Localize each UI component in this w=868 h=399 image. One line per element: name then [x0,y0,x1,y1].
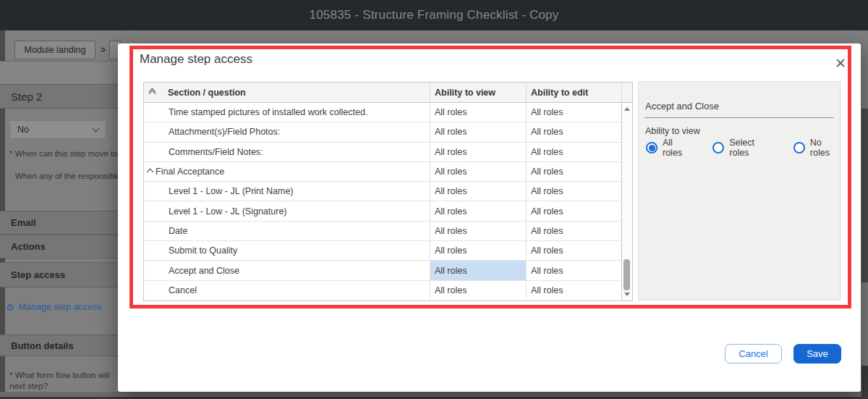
window-titlebar: 105835 - Structure Framing Checklist - C… [0,0,868,30]
dialog-title: Manage step access [140,52,252,67]
radio-label: Select roles [729,138,772,158]
page-bottom-strip [0,392,868,397]
ability-to-view-cell[interactable]: All roles [430,162,526,181]
table-rows: Time stamped pictures of installed work … [144,103,621,301]
row-label: Accept and Close [169,266,239,276]
ability-to-view-cell[interactable]: All roles [430,143,526,161]
row-label-cell: Time stamped pictures of installed work … [144,103,430,122]
ability-to-edit-cell[interactable]: All roles [526,201,621,220]
ability-to-view-cell[interactable]: All roles [430,182,526,201]
radio-option[interactable]: No roles [793,138,840,158]
ability-to-view-cell[interactable]: All roles [430,122,526,141]
column-header-spacer [621,83,632,102]
window-scrollbar-thumb[interactable] [861,109,868,282]
row-label-cell: Date [144,222,430,240]
radio-option[interactable]: All roles [646,138,691,158]
table-scrollbar[interactable] [621,103,632,301]
section-header-button-details[interactable]: Button details [0,335,118,356]
radio-label: All roles [663,138,691,158]
gear-icon: ⚙ [6,303,14,312]
table-row[interactable]: CancelAll rolesAll roles [144,281,621,301]
radio-option[interactable]: Select roles [712,138,772,158]
table-row[interactable]: Final AcceptanceAll rolesAll roles [144,162,621,182]
step-heading: Step 2 [0,84,118,109]
ability-to-view-cell[interactable]: All roles [430,201,526,220]
breadcrumb-module-landing[interactable]: Module landing [14,41,95,59]
scroll-down-icon[interactable] [624,293,630,296]
row-label-cell: Attachment(s)/Field Photos: [144,122,430,141]
row-label: Level 1 - Low - JL (Print Name) [169,186,294,196]
table-row[interactable]: DateAll rolesAll roles [144,222,621,241]
ability-to-edit-cell[interactable]: All roles [526,162,621,181]
manage-step-access-link[interactable]: ⚙ Manage step access [6,302,101,312]
row-label-cell: Submit to Quality [144,241,430,260]
ability-to-view-cell[interactable]: All roles [430,241,526,260]
window-scrollbar-bottom [861,366,868,399]
table-row[interactable]: Attachment(s)/Field Photos:All rolesAll … [144,122,621,142]
window-title: 105835 - Structure Framing Checklist - C… [310,8,559,22]
collapse-all-icon[interactable] [150,89,155,96]
row-label-cell: Level 1 - Low - JL (Print Name) [144,182,430,201]
table-row[interactable]: Level 1 - Low - JL (Print Name)All roles… [144,182,621,201]
ability-to-edit-cell[interactable]: All roles [526,143,621,161]
table-scrollbar-thumb[interactable] [624,259,630,290]
dropdown-value: No [17,125,29,135]
scroll-up-icon[interactable] [624,107,630,111]
detail-panel: Accept and Close Ability to view All rol… [638,81,841,301]
table-row[interactable]: Time stamped pictures of installed work … [144,103,621,122]
row-label-cell: Comments/Field Notes: [144,143,430,161]
table-body: Time stamped pictures of installed work … [144,103,632,301]
background-dropdown[interactable]: No [9,120,106,139]
section-label: Actions [11,241,46,252]
radio-selected-icon[interactable] [646,142,658,154]
app-window: 105835 - Structure Framing Checklist - C… [0,0,868,399]
ability-to-edit-cell[interactable]: All roles [526,182,621,201]
manage-step-access-dialog: Manage step access ✕ Section / question … [118,43,861,392]
ability-to-edit-cell[interactable]: All roles [526,222,621,240]
radio-unselected-icon[interactable] [712,142,724,154]
breadcrumb-label: Module landing [25,45,86,55]
section-header-step-access[interactable]: Step access [0,262,118,287]
ability-to-edit-cell[interactable]: All roles [526,261,621,280]
column-header-ability-to-view: Ability to view [430,83,526,102]
chevron-down-icon [93,125,100,133]
row-label: Time stamped pictures of installed work … [169,107,367,117]
ability-to-view-cell[interactable]: All roles [430,261,526,280]
page-strip [0,62,118,84]
row-label-cell: Accept and Close [144,261,430,280]
row-label: Cancel [169,285,197,295]
background-question2-line2: next step? [9,382,48,390]
ability-to-view-cell[interactable]: All roles [430,103,526,122]
close-icon[interactable]: ✕ [831,54,850,72]
collapse-section-icon[interactable] [147,168,154,175]
ability-to-edit-cell[interactable]: All roles [526,281,621,301]
section-label: Button details [11,340,74,351]
radio-unselected-icon[interactable] [793,142,805,154]
ability-to-view-cell[interactable]: All roles [430,222,526,240]
ability-to-edit-cell[interactable]: All roles [526,122,621,141]
divider [644,117,834,118]
section-header-actions[interactable]: Actions [0,235,118,259]
column-header-section-question: Section / question [144,83,430,102]
table-header-row: Section / question Ability to view Abili… [144,83,632,103]
save-button[interactable]: Save [793,344,841,364]
radio-label: No roles [810,138,840,158]
manage-step-access-label: Manage step access [19,302,102,312]
breadcrumb-separator: > [101,45,106,55]
table-row[interactable]: Accept and CloseAll rolesAll roles [144,261,621,280]
table-row[interactable]: Comments/Field Notes:All rolesAll roles [144,143,621,162]
ability-to-edit-cell[interactable]: All roles [526,103,621,122]
table-row[interactable]: Submit to QualityAll rolesAll roles [144,241,621,261]
section-header-email[interactable]: Email [0,211,118,235]
row-label: Attachment(s)/Field Photos: [169,127,280,137]
step-heading-label: Step 2 [11,91,42,103]
background-answer-value: When any of the responsible [15,172,118,180]
ability-to-view-cell[interactable]: All roles [430,281,526,301]
table-row[interactable]: Level 1 - Low - JL (Signature)All rolesA… [144,201,621,221]
cancel-button[interactable]: Cancel [725,344,782,364]
column-header-label: Section / question [168,88,246,98]
ability-to-edit-cell[interactable]: All roles [526,241,621,260]
row-label-cell: Final Acceptance [144,162,430,181]
row-label: Final Acceptance [156,167,224,177]
background-question2-line1: * What form flow button will [9,371,110,379]
